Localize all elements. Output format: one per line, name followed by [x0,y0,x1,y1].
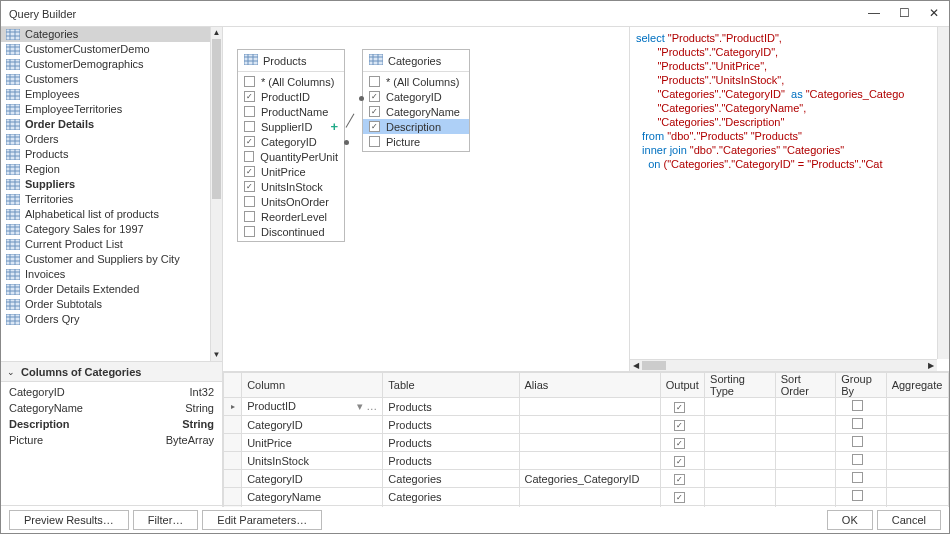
table-box-header[interactable]: Products [238,50,344,72]
sql-hscrollbar[interactable]: ◀ ▶ [630,359,937,371]
grid-cell-table[interactable]: Products [383,452,519,470]
table-column-row[interactable]: ✓ProductID [238,89,344,104]
grid-cell-aggregate[interactable] [886,434,948,452]
output-checkbox[interactable]: ✓ [674,492,685,503]
tree-item[interactable]: Current Product List [1,237,222,252]
grid-cell-aggregate[interactable] [886,398,948,416]
grid-header[interactable]: Sorting Type [705,373,776,398]
grid-cell-aggregate[interactable] [886,470,948,488]
grid-cell-table[interactable]: Products [383,416,519,434]
tree-item[interactable]: Customer and Suppliers by City [1,252,222,267]
table-box-products[interactable]: Products * (All Columns)✓ProductIDProduc… [237,49,345,242]
grid-header[interactable]: Group By [836,373,886,398]
grid-cell-group-by[interactable] [836,398,886,416]
grid-cell-table[interactable]: Products [383,434,519,452]
grid-cell-sort-order[interactable] [775,434,836,452]
tree-item[interactable]: Region [1,162,222,177]
grid-cell-column[interactable]: UnitPrice [242,434,383,452]
grid-row[interactable]: ▸ProductID ▾ …Products✓ [224,398,949,416]
table-column-row[interactable]: ✓UnitsInStock [238,179,344,194]
column-detail-row[interactable]: PictureByteArray [9,432,214,448]
column-checkbox[interactable] [244,121,255,132]
grid-cell-sorting-type[interactable] [705,452,776,470]
ok-button[interactable]: OK [827,510,873,530]
tree-item[interactable]: Products [1,147,222,162]
table-column-row[interactable]: ✓UnitPrice [238,164,344,179]
scroll-up-icon[interactable]: ▲ [211,27,222,39]
grid-cell-output[interactable]: ✓ [660,452,704,470]
grid-cell-sort-order[interactable] [775,488,836,506]
tree-item[interactable]: Category Sales for 1997 [1,222,222,237]
groupby-checkbox[interactable] [852,490,863,501]
column-checkbox[interactable]: ✓ [369,106,380,117]
grid-cell-alias[interactable] [519,398,660,416]
tree-item[interactable]: EmployeeTerritories [1,102,222,117]
grid-cell-sorting-type[interactable] [705,398,776,416]
tree-item[interactable]: Employees [1,87,222,102]
column-checkbox[interactable]: ✓ [244,136,255,147]
close-button[interactable]: ✕ [919,1,949,27]
scroll-thumb[interactable] [642,361,666,370]
scroll-thumb[interactable] [212,39,221,199]
grid-cell-sort-order[interactable] [775,416,836,434]
table-tree[interactable]: CategoriesCustomerCustomerDemoCustomerDe… [1,27,222,362]
table-column-row[interactable]: ✓CategoryID [363,89,469,104]
groupby-checkbox[interactable] [852,418,863,429]
preview-results-button[interactable]: Preview Results… [9,510,129,530]
groupby-checkbox[interactable] [852,472,863,483]
column-checkbox[interactable]: ✓ [244,181,255,192]
tree-item[interactable]: Suppliers [1,177,222,192]
grid-cell-sort-order[interactable] [775,452,836,470]
grid-cell-column[interactable]: CategoryID [242,470,383,488]
grid-cell-column[interactable]: CategoryName [242,488,383,506]
grid-cell-sort-order[interactable] [775,470,836,488]
grid-cell-column[interactable]: CategoryID [242,416,383,434]
output-checkbox[interactable]: ✓ [674,456,685,467]
grid-cell-sorting-type[interactable] [705,434,776,452]
tree-item[interactable]: Order Details [1,117,222,132]
grid-cell-table[interactable]: Products [383,398,519,416]
column-checkbox[interactable] [244,76,255,87]
column-checkbox[interactable]: ✓ [369,91,380,102]
grid-cell-group-by[interactable] [836,434,886,452]
column-checkbox[interactable] [244,106,255,117]
column-checkbox[interactable] [244,196,255,207]
table-box-header[interactable]: Categories [363,50,469,72]
table-column-row[interactable]: Discontinued [238,224,344,239]
tree-item[interactable]: Territories [1,192,222,207]
tree-item[interactable]: Order Subtotals [1,297,222,312]
table-column-row[interactable]: SupplierID+ [238,119,344,134]
column-detail-row[interactable]: DescriptionString [9,416,214,432]
grid-cell-aggregate[interactable] [886,452,948,470]
grid-header[interactable]: Aggregate [886,373,948,398]
output-checkbox[interactable]: ✓ [674,474,685,485]
column-checkbox[interactable]: ✓ [244,91,255,102]
grid-header[interactable]: Alias [519,373,660,398]
table-column-row[interactable]: UnitsOnOrder [238,194,344,209]
grid-header[interactable]: Output [660,373,704,398]
maximize-button[interactable]: ☐ [889,1,919,27]
column-checkbox[interactable]: ✓ [244,166,255,177]
dropdown-icon[interactable]: ▾ … [357,400,377,413]
column-detail-row[interactable]: CategoryIDInt32 [9,384,214,400]
grid-cell-group-by[interactable] [836,452,886,470]
grid-row[interactable]: CategoryIDProducts✓ [224,416,949,434]
scroll-down-icon[interactable]: ▼ [211,349,222,361]
grid-cell-aggregate[interactable] [886,488,948,506]
table-column-row[interactable]: Picture [363,134,469,149]
table-column-row[interactable]: ProductName [238,104,344,119]
groupby-checkbox[interactable] [852,454,863,465]
edit-parameters-button[interactable]: Edit Parameters… [202,510,322,530]
grid-cell-column[interactable]: UnitsInStock [242,452,383,470]
tree-item[interactable]: Customers [1,72,222,87]
tree-item[interactable]: Alphabetical list of products [1,207,222,222]
grid-cell-alias[interactable] [519,434,660,452]
grid-cell-alias[interactable] [519,416,660,434]
column-checkbox[interactable] [244,211,255,222]
grid-cell-alias[interactable] [519,452,660,470]
columns-panel-header[interactable]: ⌄ Columns of Categories [1,362,222,382]
column-detail-row[interactable]: CategoryNameString [9,400,214,416]
table-box-categories[interactable]: Categories * (All Columns)✓CategoryID✓Ca… [362,49,470,152]
diagram-canvas[interactable]: Products * (All Columns)✓ProductIDProduc… [223,27,629,371]
grid-row[interactable]: UnitPriceProducts✓ [224,434,949,452]
